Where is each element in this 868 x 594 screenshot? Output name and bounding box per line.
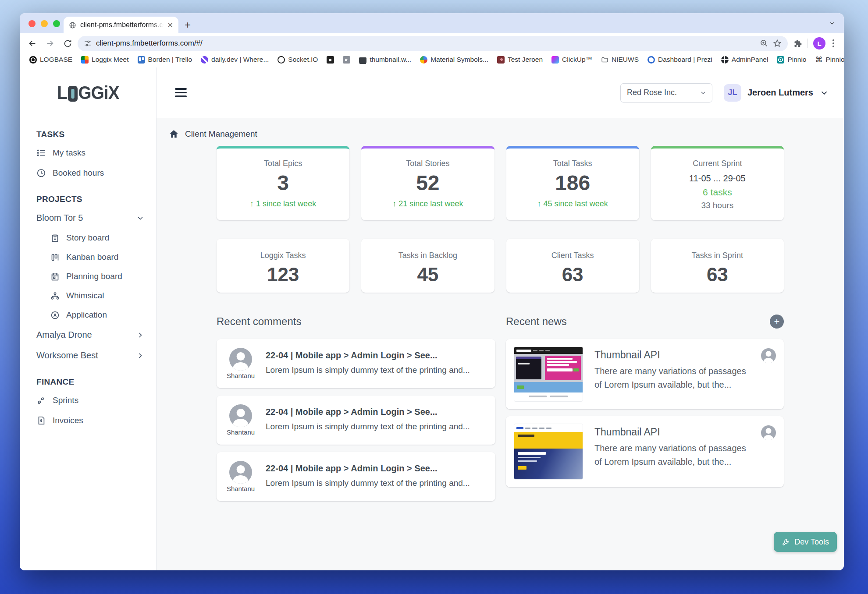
stat-delta: ↑21 since last week [361, 199, 494, 209]
comment-author: Shantanu [226, 428, 255, 436]
arrow-up-icon: ↑ [392, 199, 396, 209]
sidebar-item-story-board[interactable]: Story board [36, 228, 156, 248]
maximize-window-button[interactable] [53, 20, 60, 27]
comment-card[interactable]: Shantanu 22-04 | Mobile app > Admin Logi… [217, 452, 495, 501]
bookmark-prezi[interactable]: Dashboard | Prezi [644, 55, 716, 64]
comment-card[interactable]: Shantanu 22-04 | Mobile app > Admin Logi… [217, 339, 495, 388]
company-select[interactable]: Red Rose Inc. [620, 83, 712, 103]
sidebar-item-sprints[interactable]: Sprints [36, 390, 156, 410]
tab-strip: client-pms.fmbetterforms.co ✕ + [20, 13, 844, 33]
home-icon[interactable] [169, 129, 179, 139]
trello-icon [138, 56, 145, 64]
toolbar-right: L [790, 37, 839, 50]
tab-search-chevron-icon[interactable] [826, 18, 838, 29]
sidebar-project-amalya-drone[interactable]: Amalya Drone [36, 325, 156, 345]
flowchart-icon [50, 291, 60, 301]
stat-value: 186 [506, 171, 639, 195]
bookmark-material-symbols[interactable]: Material Symbols... [416, 55, 492, 64]
bookmark-socketio[interactable]: Socket.IO [274, 55, 321, 64]
sidebar-project-bloom-tor-5[interactable]: Bloom Tor 5 [36, 208, 156, 228]
sidebar: LGGiX TASKS My tasks Booked hours PROJEC… [20, 67, 157, 570]
bookmark-trello[interactable]: Borden | Trello [134, 55, 196, 64]
bookmark-dailydev[interactable]: daily.dev | Where... [197, 55, 272, 64]
minimize-window-button[interactable] [41, 20, 48, 27]
stat-value: 63 [651, 264, 784, 286]
site-settings-icon[interactable] [84, 39, 92, 47]
browser-menu-icon[interactable] [831, 38, 836, 49]
bookmark-folder-nieuws[interactable]: NIEUWS [598, 55, 642, 64]
add-news-button[interactable]: + [770, 315, 784, 329]
bookmark-test-jeroen[interactable]: Test Jeroen [494, 55, 546, 64]
bookmark-logbase[interactable]: LOGBASE [26, 55, 76, 64]
comment-title: 22-04 | Mobile app > Admin Login > See..… [266, 404, 470, 417]
news-card[interactable]: Thumbnail API There are many variations … [506, 416, 784, 487]
sidebar-item-whimsical[interactable]: Whimsical [36, 286, 156, 305]
bookmark-camera[interactable] [323, 55, 338, 64]
sidebar-nav: TASKS My tasks Booked hours PROJECTS Blo… [20, 118, 156, 431]
news-card[interactable]: Thumbnail API There are many variations … [506, 339, 784, 409]
tab-close-icon[interactable]: ✕ [167, 21, 173, 29]
close-window-button[interactable] [28, 20, 36, 27]
stat-value: 63 [506, 264, 639, 286]
browser-toolbar: client-pms.fmbetterforms.com/#/ L [20, 33, 844, 53]
bookmark-pinnio[interactable]: Pinnio [773, 55, 810, 64]
chevron-down-icon [136, 214, 145, 223]
comment-body: Lorem Ipsum is simply dummy text of the … [266, 365, 470, 375]
stat-delta: ↑1 since last week [217, 199, 349, 209]
stat-value: 45 [361, 264, 494, 286]
stat-card-client-tasks: Client Tasks 63 [506, 239, 639, 293]
chevron-right-icon [136, 351, 145, 360]
bookmark-pinnio-portal[interactable]: ⌘Pinnio Portal [811, 55, 844, 64]
comment-body: Lorem Ipsum is simply dummy text of the … [266, 422, 470, 431]
toolbar-divider [808, 39, 808, 48]
bookmark-star-icon[interactable] [773, 39, 782, 48]
loggix-logo[interactable]: LGGiX [57, 82, 119, 103]
user-avatar-icon [229, 461, 252, 484]
back-icon[interactable] [25, 36, 40, 51]
forward-icon[interactable] [43, 36, 57, 51]
recent-news-heading: Recent news [506, 315, 567, 328]
target-icon [29, 56, 37, 64]
new-tab-button[interactable]: + [185, 20, 191, 30]
comment-card[interactable]: Shantanu 22-04 | Mobile app > Admin Logi… [217, 396, 495, 445]
camera-icon [327, 56, 334, 64]
stat-card-total-tasks: Total Tasks 186 ↑45 since last week [506, 146, 639, 220]
sprint-hours: 33 hours [651, 201, 784, 210]
browser-tab[interactable]: client-pms.fmbetterforms.co ✕ [64, 17, 178, 33]
reload-icon[interactable] [60, 36, 75, 51]
sidebar-item-booked-hours[interactable]: Booked hours [36, 163, 156, 183]
sidebar-item-invoices[interactable]: Invoices [36, 410, 156, 431]
extensions-puzzle-icon[interactable] [793, 39, 802, 48]
zoom-icon[interactable] [760, 39, 768, 48]
bookmark-camcorder[interactable] [339, 55, 354, 64]
stat-value: 3 [217, 171, 349, 195]
user-menu[interactable]: JL Jeroen Lutmers [724, 84, 829, 102]
browser-profile-avatar[interactable]: L [813, 37, 825, 50]
stat-label: Tasks in Backlog [361, 251, 494, 260]
news-thumbnail [514, 424, 583, 480]
stat-label: Total Stories [361, 159, 494, 168]
sidebar-item-kanban-board[interactable]: Kanban board [36, 248, 156, 267]
dev-tools-button[interactable]: Dev Tools [774, 532, 837, 552]
url-text[interactable]: client-pms.fmbetterforms.com/#/ [96, 39, 755, 48]
stat-card-tasks-in-sprint: Tasks in Sprint 63 [651, 239, 784, 293]
sidebar-item-planning-board[interactable]: Planning board [36, 267, 156, 286]
sidebar-item-my-tasks[interactable]: My tasks [36, 143, 156, 163]
bookmark-adminpanel[interactable]: AdminPanel [718, 55, 772, 64]
image-icon [497, 56, 505, 64]
sidebar-project-worksome-best[interactable]: Worksome Best [36, 345, 156, 366]
list-icon [36, 148, 46, 158]
sprint-date-range: 11-05 ... 29-05 [651, 173, 784, 184]
bookmark-thumbnail[interactable]: thumbnail.w... [356, 55, 415, 64]
news-body: There are many variations of passages of… [594, 364, 750, 392]
url-bar[interactable]: client-pms.fmbetterforms.com/#/ [78, 36, 788, 51]
sidebar-item-application[interactable]: Application [36, 305, 156, 325]
hamburger-menu-icon[interactable] [175, 88, 187, 97]
stat-label: Loggix Tasks [217, 251, 349, 260]
bookmark-loggix-meet[interactable]: Loggix Meet [78, 55, 132, 64]
news-thumbnail [514, 346, 583, 402]
prezi-icon [647, 56, 655, 64]
bookmark-clickup[interactable]: ClickUp™ [548, 55, 596, 64]
clock-icon [36, 168, 46, 178]
news-body: There are many variations of passages of… [594, 442, 750, 469]
